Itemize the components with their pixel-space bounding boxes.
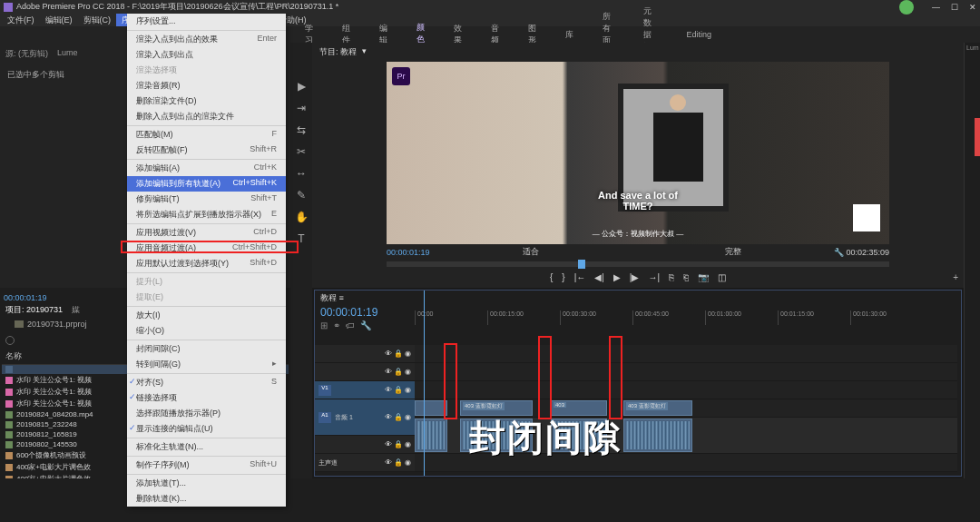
mark-out-icon[interactable]: }: [562, 272, 564, 282]
track-header[interactable]: 👁 🔒 ◉: [315, 363, 415, 381]
go-in-icon[interactable]: |←: [574, 272, 586, 282]
sync-badge[interactable]: [899, 0, 914, 15]
go-out-icon[interactable]: →|: [648, 272, 660, 282]
menu-item[interactable]: 标准化主轨道(N)...: [127, 439, 286, 455]
menu-item[interactable]: 添加轨道(T)...: [127, 476, 286, 491]
minimize-icon[interactable]: —: [932, 3, 940, 12]
type-tool-icon[interactable]: T: [294, 231, 309, 246]
track-header[interactable]: 主声道👁 🔒 ◉: [315, 454, 415, 472]
menu-item: 提取(E): [127, 290, 286, 305]
workspace-7[interactable]: 库: [560, 27, 579, 43]
video-clip[interactable]: [415, 400, 447, 416]
timeline-playhead[interactable]: [424, 291, 425, 476]
menu-item[interactable]: 将所选编辑点扩展到播放指示器(X)E: [127, 207, 286, 222]
name-column[interactable]: 名称: [5, 350, 132, 362]
menu-item[interactable]: 放大(I): [127, 308, 286, 323]
audio-clip[interactable]: [415, 419, 447, 452]
menu-item[interactable]: 制作子序列(M)Shift+U: [127, 458, 286, 473]
track-header[interactable]: V1👁 🔒 ◉: [315, 381, 415, 399]
menu-item[interactable]: 渲染入点到出点的效果Enter: [127, 32, 286, 47]
ripple-tool-icon[interactable]: ⇆: [294, 123, 309, 137]
menu-item[interactable]: ✓链接选择项: [127, 390, 286, 406]
extract-icon[interactable]: ⎗: [683, 272, 689, 282]
program-tc-left[interactable]: 00:00:01:19: [387, 248, 430, 257]
project-tab[interactable]: 项目: 20190731: [5, 304, 63, 316]
tab-menu-icon[interactable]: ▾: [362, 46, 367, 58]
track-header[interactable]: 👁 🔒 ◉: [315, 345, 415, 363]
maximize-icon[interactable]: ☐: [951, 3, 958, 12]
ruler-tick: 00:00:30:00: [560, 310, 632, 325]
export-frame-icon[interactable]: 📷: [698, 272, 709, 282]
menu-item[interactable]: 删除入点到出点的渲染文件: [127, 109, 286, 124]
sequence-tab[interactable]: 教程: [320, 293, 337, 302]
time-ruler[interactable]: 00:0000:00:15:0000:00:30:0000:00:45:0000…: [415, 310, 957, 325]
razor-tool-icon[interactable]: ✂: [294, 144, 309, 159]
menu-item[interactable]: 反转匹配帧(F)Shift+R: [127, 143, 286, 158]
track-select-tool-icon[interactable]: ⇥: [294, 101, 309, 115]
settings-icon[interactable]: 🔧: [360, 320, 371, 330]
playhead-icon[interactable]: [578, 260, 585, 269]
program-video[interactable]: Pr And save a lot of TIME? — 公众号：视频制作大叔 …: [387, 62, 889, 244]
menu-item[interactable]: 添加编辑到所有轨道(A)Ctrl+Shift+K: [127, 176, 286, 192]
menu-item[interactable]: 应用视频过渡(V)Ctrl+D: [127, 225, 286, 241]
lumetri-tab[interactable]: Lume: [57, 48, 78, 60]
snap-icon[interactable]: ⊞: [320, 320, 328, 330]
program-title[interactable]: 节目: 教程: [319, 46, 357, 58]
menu-item[interactable]: 修剪编辑(T)Shift+T: [127, 192, 286, 207]
ruler-tick: 00:00:45:00: [632, 310, 705, 325]
menu-item[interactable]: 匹配帧(M)F: [127, 127, 286, 143]
play-icon[interactable]: ▶: [613, 272, 621, 282]
bin-name[interactable]: 20190731.prproj: [27, 320, 87, 329]
menu-1[interactable]: 编辑(E): [40, 14, 78, 26]
mark-in-icon[interactable]: {: [550, 272, 553, 282]
track-header[interactable]: 👁 🔒 ◉: [315, 436, 415, 454]
track-header[interactable]: A1音频 1👁 🔒 ◉: [315, 399, 415, 436]
menu-item[interactable]: 封闭间隙(C): [127, 341, 286, 357]
media-tab[interactable]: 媒: [72, 304, 80, 316]
menu-2[interactable]: 剪辑(C): [78, 14, 117, 26]
transport-controls: { } |← ◀| ▶ |▶ →| ⎘ ⎗ 📷 ◫: [314, 269, 962, 286]
menu-item[interactable]: 序列设置...: [127, 14, 286, 29]
video-caption: And save a lot of TIME?: [387, 190, 889, 212]
hand-tool-icon[interactable]: ✋: [294, 210, 309, 224]
menu-item[interactable]: 缩小(O): [127, 323, 286, 339]
workspace-10[interactable]: Editing: [681, 28, 717, 41]
folder-icon: [15, 320, 24, 328]
step-fwd-icon[interactable]: |▶: [630, 272, 640, 282]
menu-item[interactable]: 渲染入点到出点: [127, 47, 286, 63]
fit-dropdown[interactable]: 适合: [523, 246, 539, 258]
step-back-icon[interactable]: ◀|: [594, 272, 604, 282]
selection-tool-icon[interactable]: ▶: [294, 79, 309, 94]
video-clip[interactable]: 403 蓝影霓虹灯: [623, 400, 692, 416]
comparison-icon[interactable]: ◫: [718, 272, 726, 282]
menu-item[interactable]: ✓显示连接的编辑点(U): [127, 421, 286, 437]
menu-item[interactable]: 应用默认过渡到选择项(Y)Shift+D: [127, 256, 286, 271]
program-scrubber[interactable]: [387, 261, 889, 267]
quality-dropdown[interactable]: 完整: [725, 246, 741, 258]
qr-code: [853, 204, 880, 231]
menu-item[interactable]: 删除渲染文件(D): [127, 94, 286, 109]
lumetri-panel[interactable]: Lum: [964, 43, 980, 478]
gap-highlight: [538, 336, 552, 419]
wrench-icon[interactable]: 🔧: [834, 248, 844, 257]
menu-item[interactable]: 转到间隔(G)▸: [127, 357, 286, 372]
slip-tool-icon[interactable]: ↔: [294, 166, 309, 181]
track-headers: 👁 🔒 ◉👁 🔒 ◉V1👁 🔒 ◉A1音频 1👁 🔒 ◉👁 🔒 ◉主声道👁 🔒 …: [315, 345, 415, 472]
audio-clip[interactable]: [623, 419, 692, 452]
search-icon[interactable]: [5, 336, 15, 345]
menu-0[interactable]: 文件(F): [2, 14, 40, 26]
lift-icon[interactable]: ⎘: [669, 272, 674, 282]
menu-item[interactable]: 删除轨道(K)...: [127, 491, 286, 507]
menu-item[interactable]: 添加编辑(A)Ctrl+K: [127, 161, 286, 176]
menu-item[interactable]: 选择跟随播放指示器(P): [127, 406, 286, 421]
button-editor-icon[interactable]: +: [953, 272, 958, 282]
source-title[interactable]: 源: (无剪辑): [5, 48, 48, 60]
link-icon[interactable]: ⚭: [333, 320, 340, 330]
pen-tool-icon[interactable]: ✎: [294, 188, 309, 202]
menu-item[interactable]: 渲染音频(R): [127, 78, 286, 94]
close-icon[interactable]: ✕: [969, 3, 976, 12]
menu-item[interactable]: 应用音频过渡(A)Ctrl+Shift+D: [127, 241, 286, 256]
menu-item[interactable]: ✓对齐(S)S: [127, 375, 286, 390]
marker-icon[interactable]: 🏷: [346, 320, 355, 330]
window-title: Adobe Premiere Pro CC 2018 - F:\2019年项目\…: [16, 1, 899, 13]
